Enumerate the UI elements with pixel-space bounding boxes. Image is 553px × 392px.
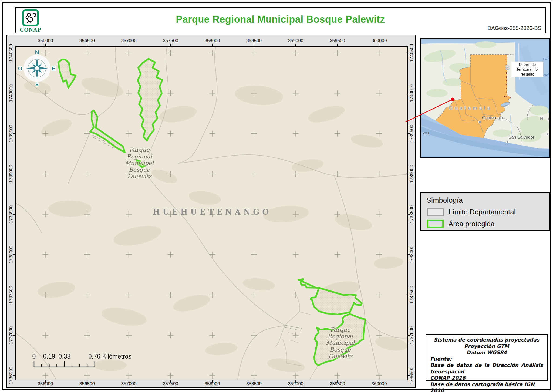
x-axis-label-top: 360000 <box>372 38 387 43</box>
compass-s: S <box>35 82 39 87</box>
y-axis-tick-right <box>408 214 410 215</box>
document-id: DAGeos-255-2026-BS <box>487 25 541 31</box>
x-axis-tick-top <box>337 44 338 46</box>
credits-box: Sistema de coordenadas proyectadas Proye… <box>426 334 548 381</box>
x-axis-label-top: 358000 <box>205 38 220 43</box>
x-axis-tick-bottom <box>337 380 338 383</box>
departmental-limit-swatch-icon <box>427 208 444 216</box>
credits-source-heading: Fuente: <box>430 356 543 362</box>
header: CONAP Parque Regional Municipal Bosque P… <box>15 7 546 33</box>
x-axis-tick-bottom <box>295 380 296 383</box>
x-axis-tick-bottom <box>170 380 171 383</box>
x-axis-tick-bottom <box>254 380 254 383</box>
x-axis-tick-top <box>379 44 379 46</box>
x-axis-label-top: 358500 <box>246 38 262 43</box>
conap-logo-text: CONAP <box>20 26 41 33</box>
x-axis-tick-top <box>87 44 87 46</box>
credits-source-1: Base de datos de la Dirección Análisis G… <box>430 362 543 375</box>
x-axis-label-top: 356500 <box>79 38 95 43</box>
y-axis-tick-left <box>13 335 15 336</box>
x-axis-tick-top <box>254 44 254 46</box>
x-axis-tick-bottom <box>129 380 129 383</box>
compass-n: N <box>35 50 39 55</box>
inset-map: Guatemala Guatemala San Salvador H o B 7… <box>420 38 550 158</box>
x-axis-tick-top <box>45 44 46 46</box>
x-axis-label-top: 357500 <box>163 38 178 43</box>
y-axis-tick-left <box>13 295 15 295</box>
compass-rose: N E S O <box>15 50 62 87</box>
credits-projection: Proyección GTM <box>430 343 543 350</box>
department-label: HUEHUETENANGO <box>153 208 272 216</box>
legend-title: Simbología <box>426 196 463 205</box>
credits-source-2: Base de datos cartografía básica IGN 201… <box>430 381 543 392</box>
scale-label-038: 0.38 <box>59 353 71 360</box>
x-axis-tick-bottom <box>87 380 87 383</box>
inset-water-label-1: Gu <box>543 56 549 61</box>
inset-honduras-fragment: H o <box>540 116 550 121</box>
y-axis-tick-right <box>408 93 410 93</box>
legend-item-limite: Límite Departamental <box>427 208 516 216</box>
scale-label-076: 0.76 Kilómetros <box>88 353 131 360</box>
inset-belize-fragment: B <box>505 64 510 72</box>
y-axis-tick-right <box>408 375 410 376</box>
park-label-southeast: Parque Regional Municipal Bosque Palewit… <box>308 326 373 360</box>
x-axis-tick-top <box>295 44 296 46</box>
x-axis-tick-top <box>129 44 129 46</box>
main-map: N E S O Parque Regional Municipal Bosque… <box>15 46 408 380</box>
y-axis-tick-left <box>13 93 15 93</box>
x-axis-tick-bottom <box>212 380 213 383</box>
credits-source-1b: CONAP 2026 <box>430 375 543 381</box>
scale-label-019: 0.19 <box>43 353 55 360</box>
map-frame: N E S O Parque Regional Municipal Bosque… <box>6 35 416 388</box>
y-axis-tick-left <box>13 254 15 255</box>
credits-datum: Datum WGS84 <box>430 349 543 356</box>
y-axis-tick-right <box>408 133 410 134</box>
x-axis-label-top: 359500 <box>330 38 345 43</box>
credits-coord-system: Sistema de coordenadas proyectadas <box>430 337 543 343</box>
y-axis-tick-right <box>408 295 410 295</box>
x-axis-tick-top <box>170 44 171 46</box>
inset-country-label: Guatemala <box>443 105 498 111</box>
inset-depth-label: 721 <box>423 131 429 135</box>
x-axis-tick-bottom <box>379 380 379 383</box>
compass-o: O <box>18 65 22 72</box>
y-axis-tick-right <box>408 335 410 336</box>
page-title: Parque Regional Municipal Bosque Palewit… <box>16 14 545 25</box>
x-axis-tick-bottom <box>45 380 46 383</box>
scale-label-0: 0 <box>32 353 36 360</box>
protected-area-swatch-icon <box>427 220 444 228</box>
inset-capital-label: Guatemala <box>482 116 503 120</box>
y-axis-tick-left <box>13 214 15 215</box>
y-axis-tick-left <box>13 174 15 174</box>
scale-bar: 0 0.19 0.38 0.76 Kilómetros <box>27 353 140 373</box>
y-axis-tick-right <box>408 254 410 255</box>
x-axis-label-top: 356000 <box>38 38 53 43</box>
park-label-northwest: Parque Regional Municipal Bosque Palewit… <box>107 147 172 180</box>
x-axis-label-top: 357000 <box>121 38 137 43</box>
compass-e: E <box>52 65 55 72</box>
x-axis-label-top: 359000 <box>288 38 304 43</box>
territorial-dispute-note: Diferendo territorial no resuelto <box>511 62 543 77</box>
legend-item-area-protegida: Área protegida <box>427 219 495 228</box>
y-axis-tick-left <box>13 53 15 53</box>
inset-san-salvador-label: San Salvador <box>508 135 534 140</box>
legend: Simbología Límite Departamental Área pro… <box>420 192 550 231</box>
y-axis-tick-right <box>408 53 410 53</box>
y-axis-tick-left <box>13 375 15 376</box>
y-axis-tick-right <box>408 174 410 174</box>
y-axis-tick-left <box>13 133 15 134</box>
x-axis-tick-top <box>212 44 213 46</box>
